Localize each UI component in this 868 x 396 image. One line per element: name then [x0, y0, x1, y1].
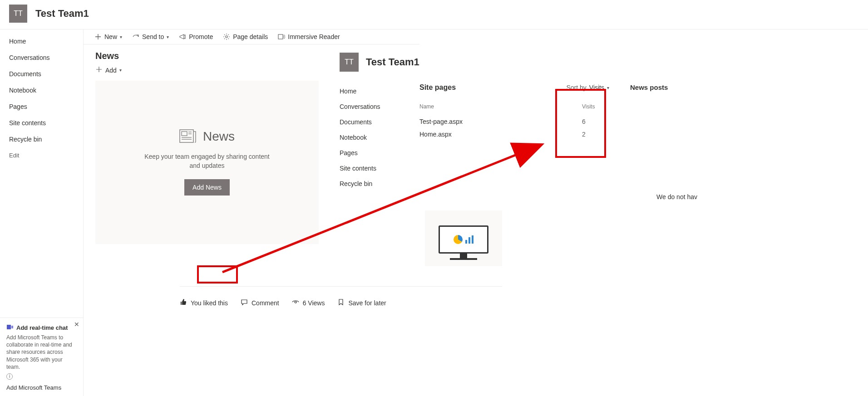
social-row: You liked this Comment 6 Views Save for …: [180, 286, 502, 307]
svg-rect-0: [7, 325, 11, 329]
toolbar-promote-label: Promote: [189, 33, 213, 40]
monitor-icon: [439, 225, 488, 260]
page-visits: 2: [582, 131, 609, 138]
svg-rect-5: [182, 132, 187, 136]
sort-by-dropdown[interactable]: Sort by Visits ▾: [566, 84, 609, 91]
nav-site-contents[interactable]: Site contents: [0, 115, 83, 131]
chevron-down-icon: ▾: [120, 34, 122, 39]
news-card-sub: Keep your team engaged by sharing conten…: [139, 152, 275, 170]
ov-nav-pages[interactable]: Pages: [331, 145, 415, 161]
add-news-label: Add: [105, 67, 117, 74]
toolbar-page-details[interactable]: Page details: [223, 33, 268, 40]
column-header-visits[interactable]: Visits: [582, 103, 609, 110]
immersive-reader-icon: [278, 33, 285, 40]
toolbar-new-label: New: [104, 33, 117, 40]
comment-icon: [241, 298, 248, 307]
pie-chart-icon: [454, 235, 463, 244]
gear-icon: [223, 33, 230, 40]
chevron-down-icon: ▾: [607, 85, 609, 90]
news-card-label: News: [203, 129, 235, 144]
site-title: Test Team1: [35, 8, 89, 20]
toolbar-sendto-label: Send to: [142, 33, 164, 40]
column-header-name[interactable]: Name: [419, 103, 582, 110]
comment-button[interactable]: Comment: [241, 298, 279, 307]
svg-point-2: [226, 36, 227, 38]
like-button[interactable]: You liked this: [180, 298, 228, 307]
ov-nav-site-contents[interactable]: Site contents: [331, 161, 415, 176]
sort-by-label: Sort by: [566, 84, 586, 91]
eye-icon: [292, 298, 299, 307]
teams-promo-title: Add real-time chat: [6, 323, 77, 332]
svg-point-10: [295, 301, 296, 303]
sort-by-value: Visits: [589, 84, 604, 91]
comment-label: Comment: [252, 299, 279, 307]
site-header: TT Test Team1: [0, 0, 868, 29]
toolbar-sendto[interactable]: Send to ▾: [132, 33, 169, 40]
overlay-site-title: Test Team1: [366, 56, 419, 68]
overlay-window: TT Test Team1 Home Conversations Documen…: [331, 45, 708, 210]
nav-recycle-bin[interactable]: Recycle bin: [0, 131, 83, 147]
teams-promo: ✕ Add real-time chat Add Microsoft Teams…: [0, 318, 83, 396]
views-label: 6 Views: [303, 299, 325, 307]
toolbar-new[interactable]: New ▾: [94, 33, 122, 40]
news-empty-card: News Keep your team engaged by sharing c…: [95, 81, 319, 244]
overlay-right-title: News posts: [617, 81, 708, 194]
add-news-button[interactable]: Add News: [184, 179, 230, 196]
close-icon[interactable]: ✕: [74, 321, 79, 328]
megaphone-icon: [179, 33, 186, 40]
list-item[interactable]: Home.aspx 2: [419, 128, 609, 141]
overlay-nav: Home Conversations Documents Notebook Pa…: [331, 81, 415, 194]
toolbar-promote[interactable]: Promote: [179, 33, 213, 40]
bookmark-icon: [337, 298, 345, 307]
page-visits: 6: [582, 118, 609, 125]
left-nav: Home Conversations Documents Notebook Pa…: [0, 29, 84, 396]
ov-nav-recycle-bin[interactable]: Recycle bin: [331, 176, 415, 191]
nav-home[interactable]: Home: [0, 33, 83, 49]
nav-notebook[interactable]: Notebook: [0, 82, 83, 98]
ov-nav-documents[interactable]: Documents: [331, 114, 415, 130]
overlay-main: Site pages Sort by Visits ▾ Name Visits …: [415, 81, 617, 194]
nav-conversations[interactable]: Conversations: [0, 49, 83, 66]
svg-rect-3: [278, 34, 283, 39]
site-logo: TT: [9, 5, 27, 23]
overlay-header: TT Test Team1: [331, 45, 708, 81]
plus-icon: [95, 66, 103, 74]
ov-nav-conversations[interactable]: Conversations: [331, 99, 415, 114]
nav-documents[interactable]: Documents: [0, 66, 83, 82]
teams-promo-cta[interactable]: Add Microsoft Teams: [6, 384, 77, 391]
list-item[interactable]: Test-page.aspx 6: [419, 115, 609, 128]
thumbs-up-icon: [180, 298, 187, 307]
toolbar-immersive-label: Immersive Reader: [288, 33, 340, 40]
toolbar-immersive[interactable]: Immersive Reader: [278, 33, 340, 40]
ov-nav-home[interactable]: Home: [331, 83, 415, 99]
teams-promo-desc: Add Microsoft Teams to collaborate in re…: [6, 334, 77, 371]
overlay-title: Site pages: [419, 83, 456, 92]
svg-rect-1: [11, 326, 13, 328]
truncated-text: We do not hav: [656, 193, 697, 200]
share-icon: [132, 33, 139, 40]
save-label: Save for later: [348, 299, 386, 307]
chevron-down-icon: ▾: [119, 68, 122, 73]
bar-chart-icon: [465, 235, 473, 244]
ov-nav-notebook[interactable]: Notebook: [331, 130, 415, 145]
info-icon[interactable]: i: [6, 373, 13, 380]
toolbar-page-details-label: Page details: [233, 33, 268, 40]
teams-icon: [6, 323, 14, 332]
teams-promo-title-text: Add real-time chat: [16, 324, 68, 331]
page-name: Home.aspx: [419, 131, 582, 138]
views-indicator[interactable]: 6 Views: [292, 298, 325, 307]
nav-pages[interactable]: Pages: [0, 98, 83, 115]
like-label: You liked this: [191, 299, 228, 307]
page-name: Test-page.aspx: [419, 118, 582, 125]
plus-icon: [94, 33, 102, 40]
toolbar: New ▾ Send to ▾ Promote Page de: [84, 29, 419, 44]
newspaper-icon: [179, 129, 197, 144]
site-pages-list: Name Visits Test-page.aspx 6 Home.aspx 2: [419, 103, 609, 141]
chevron-down-icon: ▾: [167, 34, 169, 39]
save-for-later-button[interactable]: Save for later: [337, 298, 386, 307]
nav-edit[interactable]: Edit: [0, 147, 83, 163]
overlay-site-logo: TT: [340, 53, 359, 72]
